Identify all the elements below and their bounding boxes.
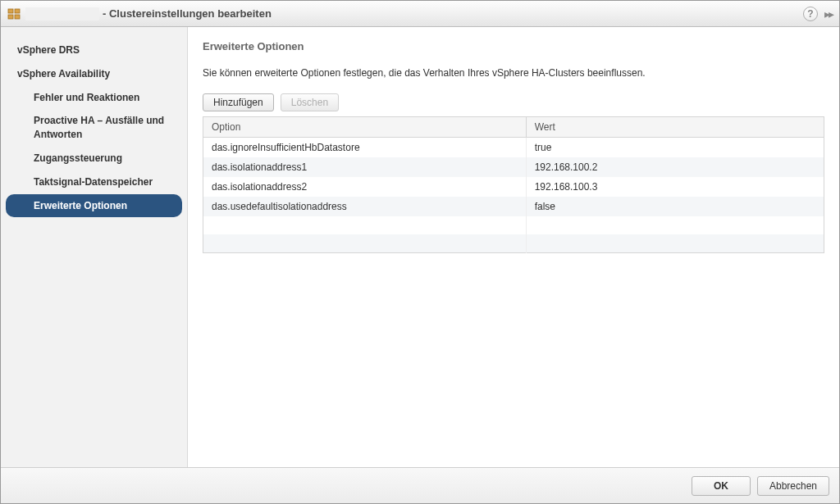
button-row: Hinzufügen Löschen [203, 93, 824, 111]
sidebar-item-heartbeat[interactable]: Taktsignal-Datenspeicher [1, 170, 187, 194]
svg-rect-0 [8, 9, 13, 13]
cell-wert: 192.168.100.2 [526, 157, 824, 177]
dialog-title: - Clustereinstellungen bearbeiten [103, 7, 272, 20]
ok-button[interactable]: OK [692, 476, 751, 496]
svg-rect-2 [15, 9, 20, 13]
table-row-empty [203, 216, 824, 234]
sidebar-item-label: vSphere DRS [17, 44, 80, 56]
sidebar-item-advanced[interactable]: Erweiterte Optionen [6, 194, 182, 218]
table-row[interactable]: das.isolationaddress2 192.168.100.3 [203, 177, 824, 197]
cluster-icon [7, 7, 21, 20]
titlebar-right-icons: ? ▸▸ [803, 1, 833, 27]
cluster-name-redacted [25, 7, 99, 20]
add-button[interactable]: Hinzufügen [203, 93, 274, 111]
table-row[interactable]: das.usedefaultisolationaddress false [203, 197, 824, 216]
sidebar-item-proactive-ha[interactable]: Proactive HA – Ausfälle und Antworten [1, 109, 187, 147]
cell-option: das.usedefaultisolationaddress [203, 197, 527, 216]
help-icon[interactable]: ? [803, 7, 818, 21]
sidebar-item-drs[interactable]: vSphere DRS [1, 39, 187, 62]
dialog-footer: OK Abbrechen [1, 467, 839, 503]
cell-option: das.ignoreInsufficientHbDatastore [203, 138, 527, 158]
sidebar-item-label: vSphere Availability [17, 68, 110, 79]
sidebar-item-label: Zugangssteuerung [34, 152, 122, 164]
content-description: Sie können erweiterte Optionen festlegen… [203, 67, 824, 79]
dialog-body: vSphere DRS vSphere Availability Fehler … [1, 27, 839, 467]
cell-wert: 192.168.100.3 [526, 177, 824, 197]
sidebar-item-admission[interactable]: Zugangssteuerung [1, 147, 187, 170]
sidebar: vSphere DRS vSphere Availability Fehler … [1, 27, 188, 467]
delete-button: Löschen [281, 93, 339, 111]
sidebar-item-label: Fehler und Reaktionen [34, 92, 139, 103]
sidebar-item-label: Taktsignal-Datenspeicher [34, 176, 153, 188]
sidebar-item-label: Proactive HA – Ausfälle und Antworten [34, 115, 164, 140]
cell-wert: true [526, 138, 824, 158]
content-pane: Erweiterte Optionen Sie können erweitert… [188, 27, 839, 467]
content-heading: Erweiterte Optionen [203, 40, 824, 52]
sidebar-item-failures[interactable]: Fehler und Reaktionen [1, 86, 187, 110]
cell-wert: false [526, 197, 824, 216]
svg-rect-3 [15, 15, 20, 19]
svg-rect-1 [8, 15, 13, 19]
table-row[interactable]: das.ignoreInsufficientHbDatastore true [203, 138, 824, 158]
cell-option: das.isolationaddress1 [203, 157, 527, 177]
column-header-option[interactable]: Option [203, 117, 527, 138]
table-row[interactable]: das.isolationaddress1 192.168.100.2 [203, 157, 824, 177]
titlebar: - Clustereinstellungen bearbeiten ? ▸▸ [1, 1, 839, 27]
expand-icon[interactable]: ▸▸ [824, 7, 833, 20]
sidebar-item-availability[interactable]: vSphere Availability [1, 62, 187, 86]
column-header-wert[interactable]: Wert [526, 117, 824, 138]
options-table: Option Wert das.ignoreInsufficientHbData… [203, 116, 824, 253]
cancel-button[interactable]: Abbrechen [757, 476, 829, 496]
sidebar-item-label: Erweiterte Optionen [34, 200, 127, 211]
table-row-empty [203, 234, 824, 252]
cell-option: das.isolationaddress2 [203, 177, 527, 197]
dialog: - Clustereinstellungen bearbeiten ? ▸▸ v… [0, 0, 840, 504]
